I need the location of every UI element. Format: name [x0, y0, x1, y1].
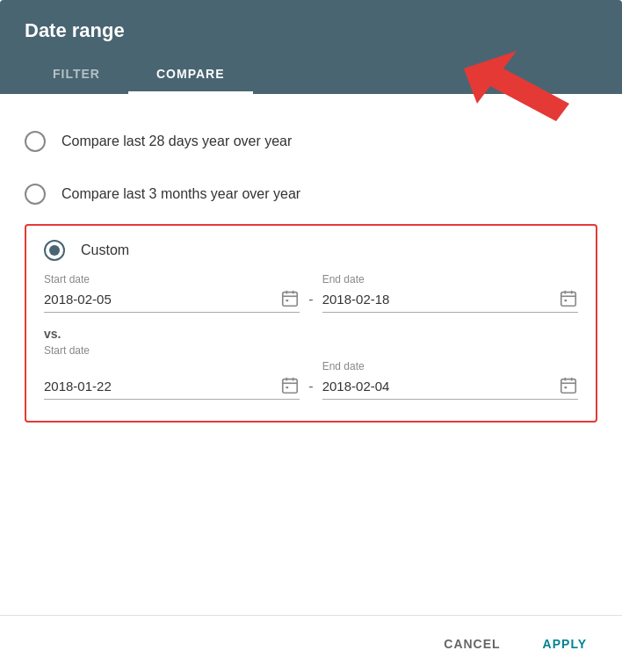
primary-end-input-wrap: 2018-02-18 [322, 289, 578, 313]
secondary-end-field: End date 2018-02-04 [322, 360, 578, 400]
date-separator-1: - [308, 292, 313, 313]
tab-filter[interactable]: FILTER [25, 58, 128, 94]
radio-3-months[interactable] [25, 184, 46, 205]
primary-end-field: End date 2018-02-18 [322, 273, 578, 313]
svg-rect-20 [564, 387, 567, 388]
dialog-content: Compare last 28 days year over year Comp… [0, 94, 622, 615]
primary-end-calendar-icon[interactable] [559, 289, 578, 308]
dialog-header: Date range FILTER COMPARE [0, 0, 622, 94]
secondary-end-label: End date [322, 360, 578, 372]
option-28-days-label: Compare last 28 days year over year [61, 134, 292, 149]
tab-compare[interactable]: COMPARE [128, 58, 253, 94]
date-range-dialog: Date range FILTER COMPARE Compare last 2… [0, 0, 622, 672]
primary-date-row: Start date 2018-02-05 - [44, 273, 578, 313]
svg-rect-6 [561, 293, 576, 307]
date-separator-2: - [308, 379, 313, 400]
vs-label: vs. [44, 327, 578, 341]
primary-start-calendar-icon[interactable] [280, 289, 300, 308]
secondary-end-value[interactable]: 2018-02-04 [322, 379, 552, 394]
radio-custom[interactable] [44, 240, 65, 261]
secondary-date-row: 2018-01-22 - End date [44, 360, 578, 400]
tabs-bar: FILTER COMPARE [25, 58, 597, 94]
svg-rect-11 [283, 379, 298, 394]
secondary-start-label: Start date [44, 344, 578, 357]
primary-start-field: Start date 2018-02-05 [44, 273, 300, 313]
cancel-button[interactable]: CANCEL [433, 630, 510, 658]
secondary-start-calendar-icon[interactable] [280, 376, 300, 395]
secondary-end-input-wrap: 2018-02-04 [322, 376, 578, 400]
radio-28-days[interactable] [25, 131, 46, 152]
primary-start-value[interactable]: 2018-02-05 [44, 292, 273, 307]
dialog-title: Date range [25, 19, 597, 42]
svg-rect-10 [564, 300, 567, 301]
custom-label: Custom [81, 242, 129, 258]
svg-rect-5 [286, 300, 289, 301]
secondary-end-calendar-icon[interactable] [559, 376, 578, 395]
primary-start-input-wrap: 2018-02-05 [44, 289, 300, 313]
custom-section: Custom Start date 2018-02-05 [25, 224, 597, 423]
primary-end-value[interactable]: 2018-02-18 [322, 292, 552, 307]
secondary-start-field: 2018-01-22 [44, 376, 300, 400]
secondary-start-input-wrap: 2018-01-22 [44, 376, 300, 400]
custom-header: Custom [44, 240, 578, 261]
svg-rect-16 [561, 379, 576, 394]
svg-rect-1 [283, 293, 298, 307]
option-3-months[interactable]: Compare last 3 months year over year [25, 168, 597, 220]
dialog-footer: CANCEL APPLY [0, 615, 622, 672]
option-28-days[interactable]: Compare last 28 days year over year [25, 115, 597, 168]
primary-start-label: Start date [44, 273, 300, 285]
apply-button[interactable]: APPLY [532, 630, 597, 658]
secondary-start-value[interactable]: 2018-01-22 [44, 379, 273, 394]
svg-rect-15 [286, 387, 289, 388]
option-3-months-label: Compare last 3 months year over year [61, 186, 300, 202]
primary-end-label: End date [322, 273, 578, 285]
